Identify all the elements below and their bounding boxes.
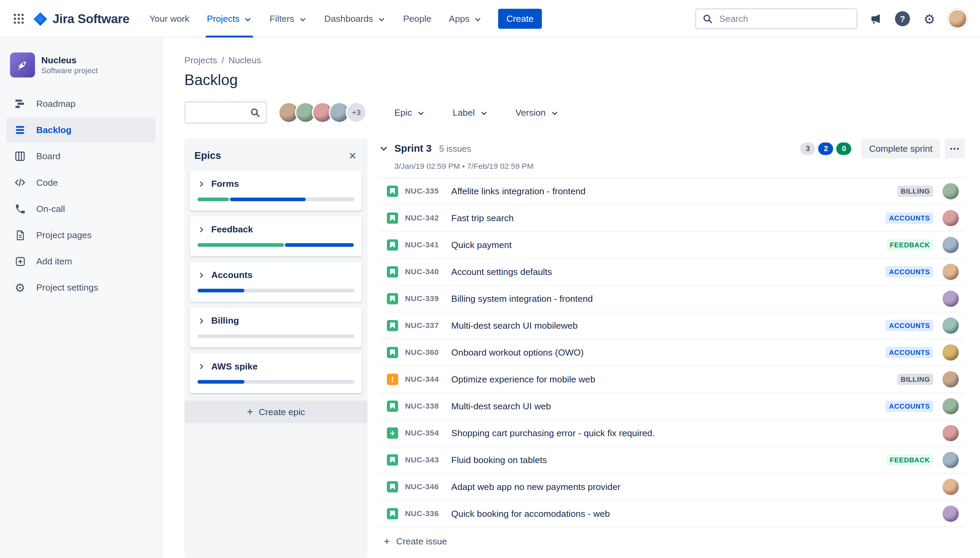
app-switcher-icon[interactable] bbox=[9, 9, 29, 29]
issue-row-nuc-337[interactable]: NUC-337 Multi-dest search UI mobileweb A… bbox=[379, 312, 965, 339]
nav-item-people[interactable]: People bbox=[394, 0, 440, 38]
create-button[interactable]: Create bbox=[498, 9, 542, 29]
issue-title: Account settings defaults bbox=[451, 267, 879, 277]
issue-title: Shopping cart purchasing error - quick f… bbox=[451, 428, 933, 438]
settings-icon: ⚙ bbox=[13, 281, 28, 293]
epic-badge: FEEDBACK bbox=[887, 454, 933, 466]
filter-dropdown-label[interactable]: Label bbox=[453, 108, 488, 117]
issue-row-nuc-346[interactable]: NUC-346 Adapt web app no new payments pr… bbox=[379, 474, 965, 501]
issue-row-nuc-341[interactable]: NUC-341 Quick payment FEEDBACK bbox=[379, 232, 965, 259]
nav-item-label: Filters bbox=[269, 14, 294, 23]
user-avatar[interactable] bbox=[947, 9, 967, 29]
assignee-avatar bbox=[942, 183, 959, 199]
nav-item-label: Your work bbox=[149, 14, 189, 23]
chevron-right-icon[interactable] bbox=[197, 317, 205, 325]
side-item-label: Roadmap bbox=[36, 98, 76, 108]
epic-badge: BILLING bbox=[898, 374, 933, 385]
backlog-search-input[interactable] bbox=[191, 107, 250, 118]
nav-item-your-work[interactable]: Your work bbox=[141, 0, 198, 38]
create-epic-button[interactable]: + Create epic bbox=[184, 400, 368, 423]
complete-sprint-button[interactable]: Complete sprint bbox=[862, 139, 940, 159]
question-mark-glyph: ? bbox=[895, 11, 910, 26]
sidebar-item-project-pages[interactable]: Project pages bbox=[6, 223, 156, 247]
sidebar-item-project-settings[interactable]: ⚙ Project settings bbox=[6, 275, 156, 300]
sidebar-item-backlog[interactable]: Backlog bbox=[6, 117, 156, 142]
page-title: Backlog bbox=[184, 71, 965, 89]
sidebar-item-on-call[interactable]: On-call bbox=[6, 196, 156, 221]
epic-badge: BILLING bbox=[898, 186, 933, 197]
megaphone-icon[interactable] bbox=[867, 10, 885, 27]
issue-title: Fast trip search bbox=[451, 213, 879, 223]
nav-item-dashboards[interactable]: Dashboards bbox=[315, 0, 394, 38]
epic-card-billing[interactable]: Billing bbox=[190, 308, 362, 348]
breadcrumb-nucleus[interactable]: Nucleus bbox=[228, 55, 261, 65]
backlog-search[interactable] bbox=[184, 102, 267, 124]
story-icon bbox=[387, 239, 398, 250]
nav-item-label: Projects bbox=[207, 14, 240, 23]
epic-card-accounts[interactable]: Accounts bbox=[190, 262, 362, 302]
create-issue-button[interactable]: + Create issue bbox=[379, 527, 965, 555]
settings-icon[interactable]: ⚙ bbox=[921, 10, 938, 27]
pages-icon bbox=[13, 229, 28, 241]
add-item-icon bbox=[13, 255, 28, 267]
filter-dropdown-version[interactable]: Version bbox=[515, 108, 559, 117]
nav-item-filters[interactable]: Filters bbox=[261, 0, 316, 38]
issue-row-nuc-344[interactable]: NUC-344 Optimize experience for mobile w… bbox=[379, 366, 965, 393]
close-icon[interactable]: × bbox=[345, 148, 360, 163]
issue-row-nuc-343[interactable]: NUC-343 Fluid booking on tablets FEEDBAC… bbox=[379, 447, 965, 474]
chevron-right-icon[interactable] bbox=[197, 225, 205, 233]
nav-item-label: People bbox=[403, 14, 432, 23]
breadcrumb: Projects / Nucleus bbox=[184, 55, 965, 65]
epic-name: AWS spike bbox=[211, 361, 258, 371]
filter-dropdown-epic[interactable]: Epic bbox=[394, 108, 425, 117]
sidebar-item-add-item[interactable]: Add item bbox=[6, 249, 156, 274]
issue-row-nuc-335[interactable]: NUC-335 Affelite links integration - fro… bbox=[379, 178, 965, 205]
epic-card-header: Billing bbox=[197, 316, 354, 326]
issue-row-nuc-342[interactable]: NUC-342 Fast trip search ACCOUNTS bbox=[379, 205, 965, 232]
issue-row-nuc-338[interactable]: NUC-338 Multi-dest search UI web ACCOUNT… bbox=[379, 393, 965, 420]
assignee-avatar bbox=[942, 505, 959, 522]
global-search[interactable] bbox=[695, 8, 857, 29]
epic-progress-bar bbox=[197, 380, 354, 384]
jira-logo[interactable]: Jira Software bbox=[33, 11, 130, 26]
story-icon bbox=[387, 454, 398, 466]
chevron-right-icon[interactable] bbox=[197, 180, 205, 188]
more-actions-button[interactable]: ••• bbox=[945, 139, 965, 159]
chevron-down-icon[interactable] bbox=[379, 144, 389, 153]
sidebar-item-roadmap[interactable]: Roadmap bbox=[6, 91, 156, 116]
chevron-right-icon[interactable] bbox=[197, 271, 205, 279]
epic-card-aws-spike[interactable]: AWS spike bbox=[190, 353, 362, 393]
epic-card-forms[interactable]: Forms bbox=[190, 171, 362, 211]
epic-progress-segment bbox=[197, 197, 229, 201]
search-input[interactable] bbox=[718, 13, 850, 25]
epic-name: Accounts bbox=[211, 270, 253, 280]
create-issue-label: Create issue bbox=[396, 536, 447, 546]
sprint-name[interactable]: Sprint 3 bbox=[394, 143, 432, 154]
sidebar-item-board[interactable]: Board bbox=[6, 144, 156, 168]
nav-item-projects[interactable]: Projects bbox=[198, 0, 261, 38]
issue-row-nuc-340[interactable]: NUC-340 Account settings defaults ACCOUN… bbox=[379, 259, 965, 286]
sprint-issue-count: 5 issues bbox=[439, 144, 471, 153]
breadcrumb-separator: / bbox=[222, 55, 224, 65]
jira-logo-icon bbox=[33, 11, 48, 26]
breadcrumb-projects[interactable]: Projects bbox=[184, 55, 217, 65]
project-type: Software project bbox=[41, 66, 98, 75]
side-item-label: Board bbox=[36, 151, 61, 161]
issue-key: NUC-342 bbox=[405, 214, 445, 223]
nav-item-apps[interactable]: Apps bbox=[440, 0, 491, 38]
issue-row-nuc-339[interactable]: NUC-339 Billing system integration - fro… bbox=[379, 286, 965, 312]
sidebar-item-code[interactable]: Code bbox=[6, 170, 156, 195]
assignee-avatar bbox=[942, 237, 959, 253]
side-item-label: Backlog bbox=[36, 125, 72, 135]
story-icon bbox=[387, 212, 398, 223]
issue-row-nuc-360[interactable]: NUC-360 Onboard workout options (OWO) AC… bbox=[379, 339, 965, 366]
issue-row-nuc-354[interactable]: NUC-354 Shopping cart purchasing error -… bbox=[379, 420, 965, 447]
help-icon[interactable]: ? bbox=[894, 10, 911, 27]
project-header[interactable]: Nucleus Software project bbox=[6, 53, 156, 90]
chevron-right-icon[interactable] bbox=[197, 362, 205, 370]
avatar-overflow-count[interactable]: +3 bbox=[346, 102, 367, 123]
epic-card-feedback[interactable]: Feedback bbox=[190, 217, 362, 256]
issue-row-nuc-336[interactable]: NUC-336 Quick booking for accomodations … bbox=[379, 501, 965, 527]
filter-label: Epic bbox=[394, 108, 412, 117]
project-header-text: Nucleus Software project bbox=[41, 55, 98, 75]
